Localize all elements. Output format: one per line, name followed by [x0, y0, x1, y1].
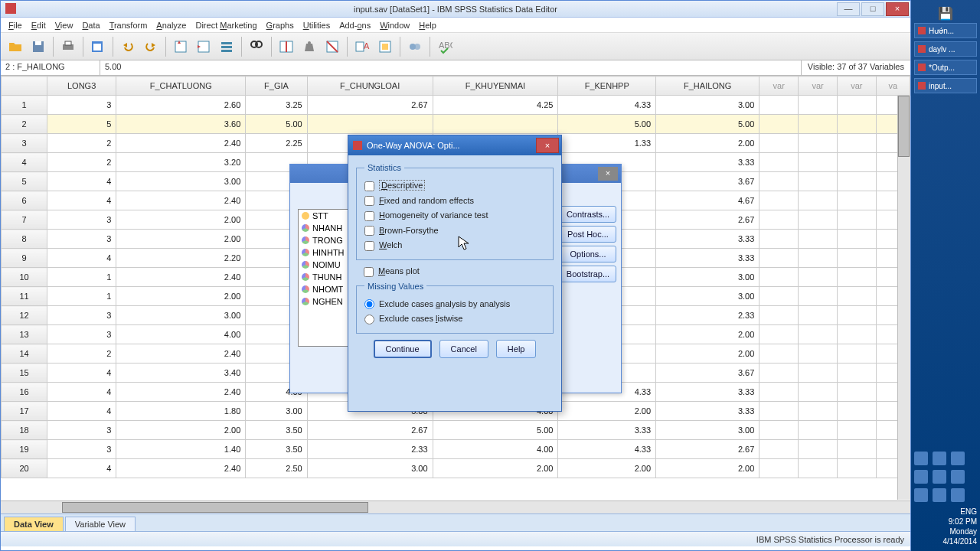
row-header[interactable]: 14: [2, 344, 47, 364]
data-cell[interactable]: [837, 325, 876, 344]
data-cell[interactable]: [760, 153, 799, 172]
row-header[interactable]: 12: [2, 306, 47, 325]
continue-button[interactable]: Continue: [374, 340, 432, 358]
menu-file[interactable]: File: [4, 19, 27, 31]
sidebar-window-item[interactable]: Hướn...: [914, 23, 977, 38]
menu-view[interactable]: View: [51, 19, 78, 31]
column-header[interactable]: F_KENHPP: [558, 77, 656, 96]
data-cell[interactable]: 3: [47, 440, 116, 459]
data-cell[interactable]: [837, 306, 876, 325]
data-cell[interactable]: [837, 364, 876, 383]
posthoc-button[interactable]: Post Hoc...: [560, 226, 616, 243]
tray-icon[interactable]: [933, 452, 946, 465]
data-cell[interactable]: [760, 440, 799, 459]
data-cell[interactable]: 3.00: [246, 402, 307, 421]
data-cell[interactable]: 2.00: [558, 402, 656, 421]
exclude-listwise-radio[interactable]: Exclude cases listwise: [364, 311, 545, 327]
data-cell[interactable]: [837, 230, 876, 249]
data-cell[interactable]: 2.33: [307, 440, 433, 459]
options-button[interactable]: Options...: [560, 246, 616, 262]
titlebar[interactable]: input.sav [DataSet1] - IBM SPSS Statisti…: [1, 1, 910, 18]
sidebar-window-item[interactable]: *Outp...: [914, 60, 977, 75]
data-cell[interactable]: 2.00: [656, 134, 760, 153]
data-cell[interactable]: [837, 96, 876, 115]
data-cell[interactable]: 2.33: [656, 306, 760, 325]
tray-icon[interactable]: [914, 470, 928, 484]
data-cell[interactable]: [799, 153, 838, 172]
column-header[interactable]: F_KHUYENMAI: [433, 77, 558, 96]
data-cell[interactable]: 3.20: [116, 153, 246, 172]
data-cell[interactable]: [837, 344, 876, 364]
data-cell[interactable]: 5.00: [558, 115, 656, 134]
select-cases-icon[interactable]: [322, 37, 342, 57]
split-file-icon[interactable]: [276, 37, 296, 57]
data-cell[interactable]: [799, 306, 838, 325]
brown-forsythe-checkbox[interactable]: Brown-Forsythe: [364, 223, 545, 239]
data-cell[interactable]: 3.00: [116, 306, 246, 325]
data-cell[interactable]: 2.40: [116, 383, 246, 402]
bootstrap-button[interactable]: Bootstrap...: [560, 266, 616, 282]
data-cell[interactable]: [760, 172, 799, 191]
open-icon[interactable]: [5, 37, 25, 57]
data-cell[interactable]: 3.40: [116, 364, 246, 383]
row-header[interactable]: 9: [2, 249, 47, 268]
data-cell[interactable]: 2.67: [656, 440, 760, 459]
data-cell[interactable]: [837, 249, 876, 268]
data-cell[interactable]: 1: [47, 268, 116, 287]
data-cell[interactable]: 2.00: [656, 459, 760, 478]
menu-edit[interactable]: Edit: [27, 19, 51, 31]
data-cell[interactable]: 2.40: [116, 268, 246, 287]
data-cell[interactable]: 4.33: [558, 96, 656, 115]
recall-dialog-icon[interactable]: [88, 37, 108, 57]
row-header[interactable]: 20: [2, 459, 47, 478]
data-cell[interactable]: [837, 421, 876, 440]
menu-direct-marketing[interactable]: Direct Marketing: [191, 19, 261, 31]
data-cell[interactable]: [799, 230, 838, 249]
data-cell[interactable]: 3.00: [656, 268, 760, 287]
data-cell[interactable]: 2.25: [246, 134, 307, 153]
row-header[interactable]: 13: [2, 325, 47, 344]
menu-transform[interactable]: Transform: [105, 19, 152, 31]
data-cell[interactable]: 3.33: [656, 153, 760, 172]
column-header[interactable]: F_GIA: [246, 77, 307, 96]
data-cell[interactable]: 3.00: [116, 172, 246, 191]
data-cell[interactable]: 4: [47, 383, 116, 402]
data-cell[interactable]: [760, 306, 799, 325]
value-labels-icon[interactable]: A: [352, 37, 372, 57]
data-cell[interactable]: [837, 287, 876, 306]
data-cell[interactable]: 3: [47, 96, 116, 115]
menu-help[interactable]: Help: [414, 19, 441, 31]
data-cell[interactable]: [760, 344, 799, 364]
data-cell[interactable]: [799, 421, 838, 440]
vertical-scrollbar[interactable]: [897, 96, 910, 500]
data-cell[interactable]: [799, 210, 838, 230]
data-cell[interactable]: [799, 325, 838, 344]
data-cell[interactable]: [799, 115, 838, 134]
descriptive-checkbox[interactable]: Descriptive: [364, 178, 545, 194]
data-cell[interactable]: [799, 249, 838, 268]
data-cell[interactable]: 1.40: [116, 440, 246, 459]
data-cell[interactable]: 4.33: [558, 440, 656, 459]
data-cell[interactable]: 2.40: [116, 344, 246, 364]
spellcheck-icon[interactable]: ABC: [435, 37, 455, 57]
data-cell[interactable]: 2.00: [656, 344, 760, 364]
data-cell[interactable]: 3.50: [246, 440, 307, 459]
menu-addons[interactable]: Add-ons: [335, 19, 375, 31]
data-cell[interactable]: 3.00: [656, 421, 760, 440]
data-cell[interactable]: [799, 402, 838, 421]
data-cell[interactable]: 3.00: [656, 287, 760, 306]
data-cell[interactable]: 2.20: [116, 249, 246, 268]
column-header[interactable]: var: [837, 77, 876, 96]
cell-address[interactable]: 2 : F_HAILONG: [1, 60, 100, 75]
column-header[interactable]: LONG3: [47, 77, 116, 96]
data-cell[interactable]: 3.00: [307, 459, 433, 478]
data-cell[interactable]: [760, 191, 799, 210]
data-cell[interactable]: 3.33: [656, 383, 760, 402]
row-header[interactable]: 10: [2, 268, 47, 287]
data-cell[interactable]: [799, 191, 838, 210]
menu-graphs[interactable]: Graphs: [262, 19, 299, 31]
data-cell[interactable]: 3.60: [116, 115, 246, 134]
tray-icon[interactable]: [951, 488, 965, 502]
column-header[interactable]: F_HAILONG: [656, 77, 760, 96]
row-header[interactable]: 17: [2, 402, 47, 421]
